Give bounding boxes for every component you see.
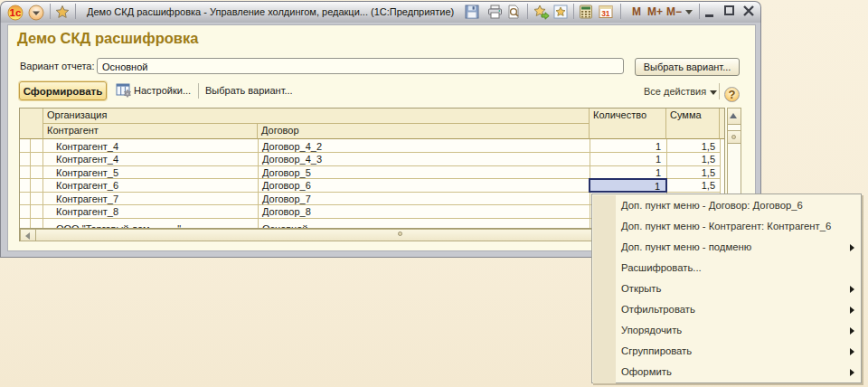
svg-text:31: 31: [601, 9, 610, 18]
svg-text:1c: 1c: [10, 7, 22, 18]
